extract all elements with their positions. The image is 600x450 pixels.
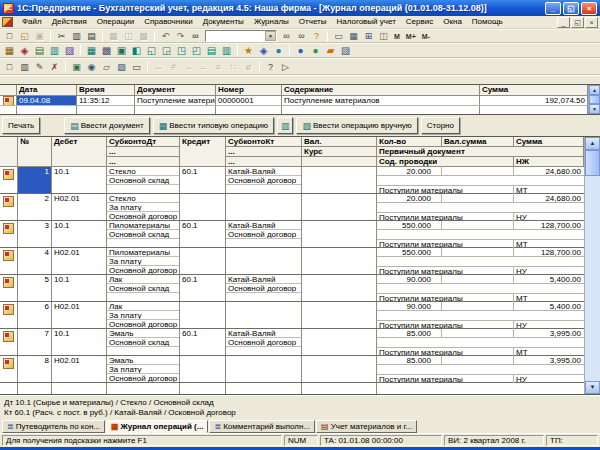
- postings-vertical-scrollbar[interactable]: ▲ ▼: [584, 137, 600, 394]
- journal-vertical-scrollbar[interactable]: ▲ ▼: [588, 85, 600, 114]
- posting-row[interactable]: 6Н02.01ЛакЗа платуОсновной договор90.000…: [0, 302, 584, 329]
- journal-documents-icon[interactable]: ▣: [115, 45, 128, 57]
- journal-cell-content[interactable]: Поступление материалов: [282, 96, 480, 105]
- doc-list-icon[interactable]: ▤: [205, 45, 218, 57]
- check-document-icon[interactable]: ▣: [70, 61, 83, 73]
- report-row-icon[interactable]: ▭: [130, 61, 143, 73]
- menu-item-1[interactable]: Файл: [17, 16, 47, 28]
- calculator-icon[interactable]: ⊞: [362, 30, 375, 42]
- journal-operations-icon[interactable]: ▦: [85, 45, 98, 57]
- mdi-restore-button[interactable]: ◱: [571, 17, 584, 28]
- redo-icon[interactable]: ↷: [174, 30, 187, 42]
- posting-row[interactable]: 4Н02.01ПиломатериалыЗа платуОсновной дог…: [0, 248, 584, 275]
- scroll-up-icon[interactable]: ▲: [585, 137, 600, 150]
- calculator-memory-button-2[interactable]: M+: [404, 30, 418, 42]
- open-document-icon[interactable]: ◉: [85, 61, 98, 73]
- table-icon[interactable]: ▦: [347, 30, 360, 42]
- typical-operations-list-button[interactable]: ▥: [277, 117, 294, 134]
- calculator-memory-button-3[interactable]: M-: [420, 30, 432, 42]
- tablo-icon[interactable]: ▭: [332, 30, 345, 42]
- open-folder-icon[interactable]: ◱: [18, 30, 31, 42]
- menu-item-9[interactable]: Сервис: [401, 16, 438, 28]
- documents-icon[interactable]: ▥: [48, 45, 61, 57]
- scroll-down-icon[interactable]: ▼: [585, 381, 600, 394]
- menu-item-4[interactable]: Справочники: [139, 16, 197, 28]
- doc-register-icon[interactable]: ▥: [220, 45, 233, 57]
- menu-item-8[interactable]: Налоговый учет: [331, 16, 400, 28]
- copy-icon[interactable]: ▥: [70, 30, 83, 42]
- exit-icon[interactable]: ▰: [324, 45, 337, 57]
- delete-row-icon[interactable]: ✗: [48, 61, 61, 73]
- find-icon[interactable]: ∞: [189, 30, 202, 42]
- find-previous-icon[interactable]: ∞: [295, 30, 308, 42]
- tab-materials-accounting[interactable]: ▤Учет материалов и г...: [316, 420, 417, 433]
- restore-button[interactable]: ◱: [563, 2, 579, 15]
- monitor-icon[interactable]: ▨: [339, 45, 352, 57]
- enter-manual-operation-button[interactable]: ▨Ввести операцию вручную: [296, 117, 417, 134]
- scroll-down-icon[interactable]: ▼: [589, 104, 600, 114]
- posting-row[interactable]: 310.1ПиломатериалыОсновной склад60.1Ката…: [0, 221, 584, 248]
- journal-cell-number[interactable]: 00000001: [216, 96, 282, 105]
- cut-icon[interactable]: ✂: [55, 30, 68, 42]
- find-next-icon[interactable]: ∞: [280, 30, 293, 42]
- journal-row[interactable]: 09.04.0811:35:12Поступление материалов00…: [0, 96, 588, 106]
- search-combobox[interactable]: ▼: [205, 30, 277, 42]
- journal-cell-date[interactable]: 09.04.08: [17, 96, 77, 105]
- scroll-up-icon[interactable]: ▲: [589, 85, 600, 95]
- print-button[interactable]: Печать: [2, 117, 40, 134]
- storno-button[interactable]: Сторно: [421, 117, 460, 134]
- doc-invoice-icon[interactable]: ◧: [130, 45, 143, 57]
- menu-item-3[interactable]: Операции: [92, 16, 139, 28]
- menu-item-6[interactable]: Журналы: [249, 16, 294, 28]
- doc-receipt-icon[interactable]: ◱: [145, 45, 158, 57]
- mdi-close-button[interactable]: ×: [585, 17, 598, 28]
- minimize-button[interactable]: _: [545, 2, 561, 15]
- help-icon[interactable]: ?: [310, 30, 323, 42]
- doc-transfer-icon[interactable]: ◲: [160, 45, 173, 57]
- enter-document-button[interactable]: ▤Ввести документ: [64, 117, 149, 134]
- journal-postings-icon[interactable]: ▩: [100, 45, 113, 57]
- tab-guide[interactable]: ≣Путеводитель по кон...: [2, 420, 105, 433]
- operations-icon[interactable]: ◈: [18, 45, 31, 57]
- internet-icon[interactable]: ●: [294, 45, 307, 57]
- journal-cell-sum[interactable]: 192,074.50: [480, 96, 588, 105]
- posting-row[interactable]: 2Н02.01СтеклоЗа платуОсновной договор20.…: [0, 194, 584, 221]
- scroll-thumb[interactable]: [585, 150, 600, 176]
- undo-icon[interactable]: ↶: [159, 30, 172, 42]
- menu-item-10[interactable]: Окна: [438, 16, 467, 28]
- references-icon[interactable]: ▤: [33, 45, 46, 57]
- mdi-minimize-button[interactable]: _: [557, 17, 570, 28]
- calculator-memory-button-1[interactable]: M: [392, 30, 402, 42]
- description-icon[interactable]: ?: [264, 61, 277, 73]
- menu-item-2[interactable]: Действия: [47, 16, 92, 28]
- processing-icon[interactable]: ◈: [257, 45, 270, 57]
- posting-row[interactable]: 110.1СтеклоОсновной склад60.1Катай-Валяй…: [0, 167, 584, 194]
- menu-item-11[interactable]: Помощь: [467, 16, 508, 28]
- make-posting-icon[interactable]: ▨: [115, 61, 128, 73]
- close-button[interactable]: ×: [581, 2, 597, 15]
- menu-item-5[interactable]: Документы: [198, 16, 249, 28]
- update-icon[interactable]: ●: [309, 45, 322, 57]
- edit-row-icon[interactable]: ✎: [33, 61, 46, 73]
- journal-cell-document[interactable]: Поступление материалов: [135, 96, 216, 105]
- calendar-icon[interactable]: ◫: [377, 30, 390, 42]
- copy-row-icon[interactable]: ▥: [18, 61, 31, 73]
- new-row-icon[interactable]: □: [3, 61, 16, 73]
- tab-comment[interactable]: ≣Комментарий выполн...: [209, 420, 315, 433]
- new-document-icon[interactable]: □: [3, 30, 16, 42]
- reports-icon[interactable]: ▨: [63, 45, 76, 57]
- chart-of-accounts-icon[interactable]: ▦: [3, 45, 16, 57]
- scroll-thumb[interactable]: [589, 95, 600, 104]
- menu-item-7[interactable]: Отчеты: [294, 16, 332, 28]
- tab-journal-operations[interactable]: ▦Журнал операций (...: [106, 420, 208, 433]
- doc-bank-icon[interactable]: ◰: [190, 45, 203, 57]
- enter-typical-operation-button[interactable]: ▦Ввести типовую операцию: [153, 117, 274, 134]
- posting-row[interactable]: 510.1ЛакОсновной склад60.1Катай-ВаляйОсн…: [0, 275, 584, 302]
- chevron-down-icon[interactable]: ▼: [265, 31, 276, 41]
- posting-row[interactable]: 8Н02.01ЭмальЗа платуОсновной договор85.0…: [0, 356, 584, 383]
- journal-cell-time[interactable]: 11:35:12: [77, 96, 135, 105]
- globe-icon[interactable]: ●: [272, 45, 285, 57]
- posting-row[interactable]: 710.1ЭмальОсновной склад60.1Катай-ВаляйО…: [0, 329, 584, 356]
- open-operation-icon[interactable]: ▱: [100, 61, 113, 73]
- paste-icon[interactable]: ▤: [85, 30, 98, 42]
